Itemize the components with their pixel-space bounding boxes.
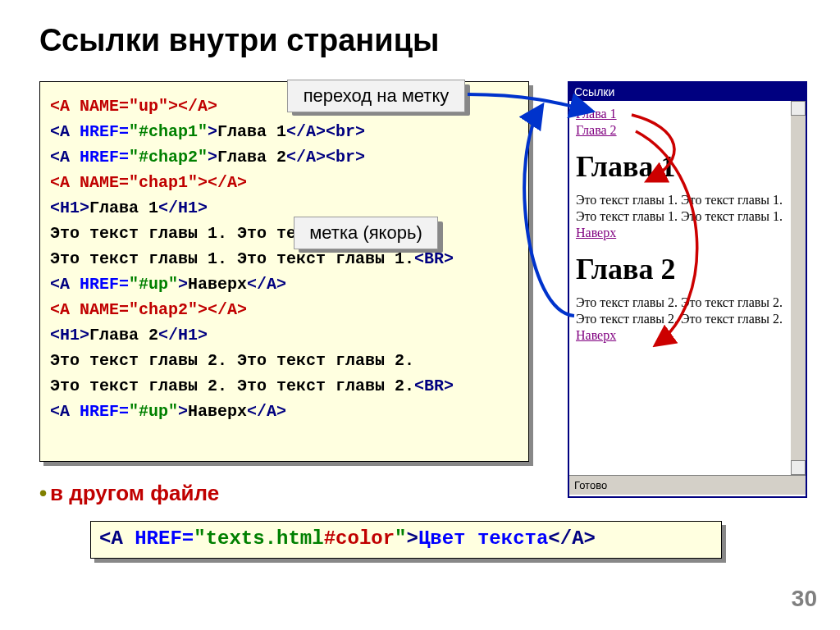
preview-link-chap1[interactable]: Глава 1 [576,107,617,121]
code-line-9: <A NAME="chap2"></A> [50,297,518,322]
code-line-2: <A HREF="#chap1">Глава 1</A><br> [50,119,518,144]
scrollbar-down-icon[interactable] [791,460,806,475]
callout-jump: переход на метку [287,80,465,112]
browser-body: Глава 1 Глава 2 Глава 1 Это текст главы … [569,101,806,475]
callout-anchor: метка (якорь) [294,217,438,249]
preview-h1-1: Глава 1 [576,148,784,185]
browser-window: Ссылки Глава 1 Глава 2 Глава 1 Это текст… [568,81,807,498]
code-line-10: <H1>Глава 2</H1> [50,322,518,348]
browser-titlebar: Ссылки [569,83,806,101]
browser-status: Готово [569,475,806,495]
code-line-6: Это текст главы 1. Это текст главы 1. [50,221,518,246]
code-line-3: <A HREF="#chap2">Глава 2</A><br> [50,144,518,170]
preview-link-chap2[interactable]: Глава 2 [576,123,617,137]
preview-link-up1[interactable]: Наверх [576,226,616,240]
preview-h1-2: Глава 2 [576,251,784,288]
bullet-dot-icon: • [39,481,47,505]
code-block: <A NAME="up"></A> <A HREF="#chap1">Глава… [39,81,529,462]
preview-link-up2[interactable]: Наверх [576,328,616,342]
bullet-other-file: •в другом файле [39,481,219,506]
code-line-13: <A HREF="#up">Наверх</A> [50,399,518,424]
code-line-11: Это текст главы 2. Это текст главы 2. [50,348,518,373]
slide-title: Ссылки внутри страницы [39,23,439,58]
preview-p2: Это текст главы 2. Это текст главы 2. Эт… [576,294,784,327]
preview-p1: Это текст главы 1. Это текст главы 1. Эт… [576,192,784,225]
code-line-4: <A NAME="chap1"></A> [50,170,518,195]
page-number: 30 [792,586,817,612]
scrollbar-up-icon[interactable] [791,101,806,116]
code-block-2: <A HREF="texts.html#color">Цвет текста</… [90,521,722,559]
code-line-12: Это текст главы 2. Это текст главы 2.<BR… [50,373,518,399]
code-line-7: Это текст главы 1. Это текст главы 1.<BR… [50,246,518,272]
code-line-5: <H1>Глава 1</H1> [50,195,518,221]
code-line-8: <A HREF="#up">Наверх</A> [50,272,518,297]
